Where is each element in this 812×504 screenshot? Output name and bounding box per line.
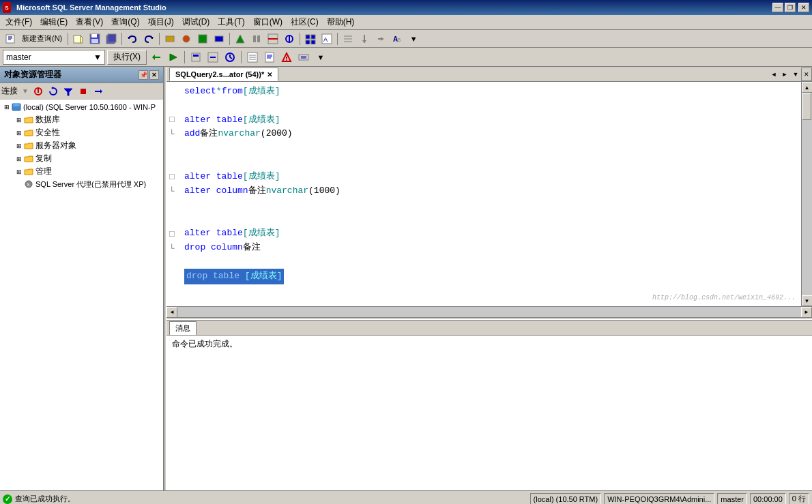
stop-button[interactable] <box>76 85 90 98</box>
menu-view[interactable]: 查看(V) <box>72 15 107 29</box>
menu-edit[interactable]: 编辑(E) <box>36 15 72 29</box>
dropdown-btn[interactable]: ▼ <box>406 31 421 46</box>
minimize-button[interactable]: — <box>772 3 783 12</box>
tb-b[interactable] <box>205 50 220 65</box>
databases-label: 数据库 <box>35 114 60 125</box>
btn11[interactable] <box>340 31 356 46</box>
toolbar-icon7 <box>267 33 278 44</box>
scroll-right-button[interactable]: ► <box>801 307 812 318</box>
menu-project[interactable]: 项目(J) <box>144 15 178 29</box>
menu-query[interactable]: 查询(Q) <box>107 15 143 29</box>
menu-help[interactable]: 帮助(H) <box>323 15 359 29</box>
toolbar-row2: master ▼ 执行(X) ▼ <box>0 48 812 67</box>
btn3[interactable] <box>195 31 210 46</box>
btn13[interactable] <box>373 31 388 46</box>
btn9[interactable] <box>303 31 318 46</box>
scroll-left-button[interactable]: ◄ <box>166 307 177 318</box>
tab-scroll-right[interactable]: ► <box>779 68 790 81</box>
type-nvarchar2: nvarchar <box>266 184 308 198</box>
tree-item-security[interactable]: ⊞ 安全性 <box>1 126 162 139</box>
close-tab-btn[interactable]: ✕ <box>801 68 812 81</box>
svg-rect-10 <box>108 34 116 42</box>
tb-a[interactable] <box>188 50 203 65</box>
parse-btn[interactable] <box>149 50 164 65</box>
btn7[interactable] <box>265 31 280 46</box>
tree-item-server[interactable]: ⊞ (local) (SQL Server 10.50.1600 - WIN-P <box>1 101 162 113</box>
save-button[interactable] <box>87 31 102 46</box>
menu-tools[interactable]: 工具(T) <box>214 15 248 29</box>
btn8[interactable] <box>282 31 297 46</box>
btn12[interactable] <box>357 31 372 46</box>
filter-button[interactable] <box>61 85 75 98</box>
btn14[interactable]: AB <box>390 31 405 46</box>
tb-dropdown2[interactable]: ▼ <box>313 50 328 65</box>
svg-rect-0 <box>6 35 14 43</box>
kw-alter1: alter table <box>184 113 243 128</box>
tree-item-replication[interactable]: ⊞ 复制 <box>1 152 162 165</box>
kw-select: select <box>184 85 216 99</box>
scroll-down-button[interactable]: ▼ <box>802 295 813 306</box>
main-layout: 对象资源管理器 📌 ✕ 连接 ▼ <box>0 67 812 490</box>
status-database: master <box>717 493 747 505</box>
new-query-button[interactable] <box>3 31 18 46</box>
security-expand-icon[interactable]: ⊞ <box>15 129 23 137</box>
save-all-button[interactable] <box>104 31 119 46</box>
scroll-track-h[interactable] <box>177 307 801 317</box>
editor-scrollbar-horizontal[interactable]: ◄ ► <box>166 306 812 317</box>
svg-marker-64 <box>64 89 72 95</box>
menu-window[interactable]: 窗口(W) <box>249 15 287 29</box>
editor-tab[interactable]: SQLQuery2.s...ator (54))* ✕ <box>169 68 278 81</box>
tb-f[interactable] <box>279 50 294 65</box>
scroll-track-v[interactable] <box>802 93 812 295</box>
btn5[interactable] <box>233 31 248 46</box>
menu-debug[interactable]: 调试(D) <box>178 15 214 29</box>
restore-button[interactable]: ❐ <box>785 3 796 12</box>
results-tab-messages[interactable]: 消息 <box>169 321 197 335</box>
open-file-button[interactable] <box>71 31 86 46</box>
panel-pin-button[interactable]: 📌 <box>139 70 148 80</box>
menu-file[interactable]: 文件(F) <box>1 15 36 29</box>
redo-button[interactable] <box>141 31 156 46</box>
editor-scrollbar-vertical[interactable]: ▲ ▼ <box>801 82 812 306</box>
tab-list-button[interactable]: ▼ <box>790 68 801 81</box>
menu-community[interactable]: 社区(C) <box>287 15 323 29</box>
server-objects-expand-icon[interactable]: ⊞ <box>15 142 23 150</box>
scroll-thumb-v[interactable] <box>802 93 811 120</box>
btn1[interactable] <box>162 31 177 46</box>
sql-text-area[interactable]: select *from [成绩表] alter table [成绩表] add… <box>179 85 798 285</box>
tb-c[interactable] <box>222 50 237 65</box>
tb-e[interactable] <box>262 50 277 65</box>
btn6[interactable] <box>249 31 264 46</box>
replication-expand-icon[interactable]: ⊞ <box>15 155 23 163</box>
database-dropdown[interactable]: master ▼ <box>3 50 105 65</box>
undo-button[interactable] <box>125 31 140 46</box>
databases-expand-icon[interactable]: ⊞ <box>15 116 23 124</box>
tb-g[interactable] <box>296 50 311 65</box>
tree-item-server-objects[interactable]: ⊞ 服务器对象 <box>1 139 162 152</box>
btn10[interactable]: A <box>319 31 334 46</box>
tree-item-management[interactable]: ⊞ 管理 <box>1 165 162 178</box>
btn4[interactable] <box>212 31 227 46</box>
scroll-up-button[interactable]: ▲ <box>802 82 813 93</box>
execute-button[interactable]: 执行(X) <box>107 50 147 65</box>
disconnect-button[interactable] <box>31 85 45 98</box>
debug-sql-btn[interactable] <box>166 50 181 65</box>
server-objects-icon <box>23 140 34 151</box>
result-message: 命令已成功完成。 <box>172 339 237 349</box>
tb-d[interactable] <box>245 50 260 65</box>
management-expand-icon[interactable]: ⊞ <box>15 168 23 176</box>
btn2[interactable] <box>179 31 194 46</box>
tab-scroll-left[interactable]: ◄ <box>768 68 779 81</box>
panel-close-button[interactable]: ✕ <box>149 70 159 80</box>
server-expand-icon[interactable]: ⊞ <box>3 103 11 111</box>
new-query-icon <box>5 33 16 44</box>
svg-rect-4 <box>74 35 81 43</box>
new-query-label[interactable]: 新建查询(N) <box>19 33 65 44</box>
tab-close-button[interactable]: ✕ <box>267 71 272 78</box>
sync-button[interactable] <box>91 85 105 98</box>
sql-editor[interactable]: □ └ □ └ □ └ <box>166 82 801 306</box>
refresh-button[interactable] <box>46 85 60 98</box>
close-button[interactable]: ✕ <box>798 3 809 12</box>
tree-item-agent[interactable]: S SQL Server 代理(已禁用代理 XP) <box>1 178 162 190</box>
tree-item-databases[interactable]: ⊞ 数据库 <box>1 113 162 126</box>
